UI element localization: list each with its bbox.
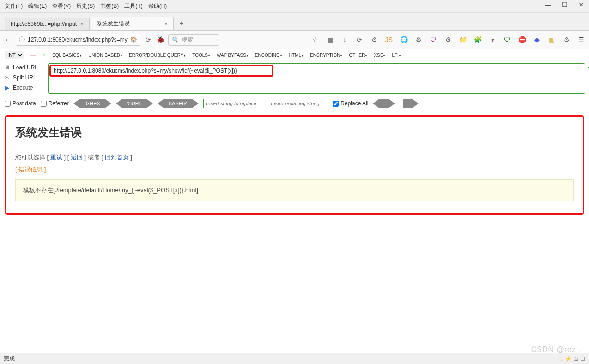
menu-sql-basics[interactable]: SQL BASICS▾ — [52, 53, 82, 58]
menu-waf-bypass[interactable]: WAF BYPASS▾ — [217, 53, 249, 58]
toolbar-icon-8[interactable]: 🛡 — [429, 36, 437, 43]
page-content-wrapper: 系统发生错误 您可以选择 [ 重试 ] [ 返回 ] 或者 [ 回到首页 ] [… — [0, 111, 589, 219]
menu-history[interactable]: 历史(S) — [74, 1, 97, 11]
tab-1-title: http://e5369b...=php://input — [11, 21, 77, 27]
home-icon[interactable]: 🏠 — [130, 36, 137, 43]
encoding-select[interactable]: INT — [5, 51, 24, 59]
search-placeholder: 搜索 — [181, 36, 192, 44]
toolbar-icon-7[interactable]: ⚙ — [414, 36, 423, 43]
execute-icon: ▶ — [4, 85, 10, 91]
url-text: 127.0.0.1:8080/ekucms/index.php?s=my — [28, 36, 128, 43]
menu-view[interactable]: 查看(V) — [50, 1, 73, 11]
menu-file[interactable]: 文件(F) — [3, 1, 24, 11]
menu-error-query[interactable]: ERROR/DOUBLE QUERY▾ — [129, 53, 186, 58]
menu-lfi[interactable]: LFI▾ — [392, 53, 401, 58]
hackbar-panel: 🖥Load URL ✂Split URL ▶Execute http://127… — [0, 61, 589, 96]
search-box[interactable]: 🔍 搜索 — [168, 34, 219, 46]
menu-xss[interactable]: XSS▾ — [374, 53, 385, 58]
replace-go-button[interactable] — [373, 99, 395, 108]
nav-bar: ← ⓘ 127.0.0.1:8080/ekucms/index.php?s=my… — [0, 31, 589, 49]
replace-to-input[interactable] — [268, 99, 328, 108]
maximize-button[interactable]: ☐ — [560, 1, 569, 8]
back-button[interactable]: ← — [4, 36, 12, 44]
toolbar-icon-18[interactable]: ☰ — [577, 36, 585, 43]
menu-bar: 文件(F) 编辑(E) 查看(V) 历史(S) 书签(B) 工具(T) 帮助(H… — [0, 0, 589, 13]
toolbar-icon-0[interactable]: ☆ — [311, 36, 319, 43]
tab-2[interactable]: 系统发生错误 × — [91, 17, 174, 30]
toolbar-icon-5[interactable]: JS — [385, 36, 393, 43]
error-info-label: [ 错误信息 ] — [15, 165, 574, 174]
base64-button[interactable]: BASE64 — [158, 99, 199, 108]
tab-bar: http://e5369b...=php://input × 系统发生错误 × … — [0, 13, 589, 31]
toolbar-icon-6[interactable]: 🌐 — [400, 36, 408, 43]
post-data-checkbox[interactable]: Post data — [5, 100, 36, 107]
toolbar-icon-4[interactable]: ⚙ — [370, 36, 378, 43]
reload-button[interactable]: ⟳ — [144, 36, 152, 44]
hackbar-menu: INT — + SQL BASICS▾ UNION BASED▾ ERROR/D… — [0, 49, 589, 61]
tab-1-close-icon[interactable]: × — [80, 21, 84, 27]
replace-go2-button[interactable] — [400, 99, 419, 108]
minus-icon[interactable]: — — [30, 52, 36, 58]
close-button[interactable]: ✕ — [577, 1, 585, 8]
hackbar-url-container: http://127.0.0.1:8080/ekucms/index.php?s… — [48, 63, 585, 94]
replace-all-checkbox[interactable]: Replace All — [333, 100, 368, 107]
toolbar-icon-9[interactable]: ⚙ — [444, 36, 452, 43]
bug-icon[interactable]: 🐞 — [156, 36, 164, 44]
new-tab-button[interactable]: + — [175, 18, 188, 30]
toolbar-icon-14[interactable]: ⛔ — [518, 36, 526, 43]
toolbar-icon-1[interactable]: ▥ — [326, 36, 334, 43]
split-url-button[interactable]: ✂Split URL — [4, 74, 45, 81]
url-encode-button[interactable]: %URL — [116, 99, 153, 108]
toolbar-icon-12[interactable]: ▾ — [488, 36, 497, 43]
toolbar-icon-3[interactable]: ⟳ — [355, 36, 364, 43]
plus-icon[interactable]: + — [43, 52, 46, 58]
toolbar-icon-11[interactable]: 🧩 — [474, 36, 482, 43]
toolbar-icons: ☆▥↓⟳⚙JS🌐⚙🛡⚙📁🧩▾🛡⛔◆▦⚙☰ — [311, 36, 585, 43]
referrer-checkbox[interactable]: Referrer — [41, 100, 69, 107]
toolbar-icon-17[interactable]: ⚙ — [562, 36, 571, 43]
toolbar-icon-16[interactable]: ▦ — [547, 36, 556, 43]
tab-2-title: 系统发生错误 — [97, 20, 130, 28]
tab-2-close-icon[interactable]: × — [164, 21, 168, 27]
url-bar[interactable]: ⓘ 127.0.0.1:8080/ekucms/index.php?s=my 🏠… — [16, 34, 140, 46]
toolbar-icon-2[interactable]: ↓ — [340, 36, 349, 43]
menu-help[interactable]: 帮助(H) — [146, 1, 169, 11]
load-url-button[interactable]: 🖥Load URL — [4, 64, 45, 71]
home-link[interactable]: 回到首页 — [105, 154, 129, 161]
toolbar-icon-13[interactable]: 🛡 — [503, 36, 511, 43]
error-title: 系统发生错误 — [15, 125, 574, 145]
hex-button[interactable]: 0xHEX — [73, 99, 111, 108]
hackbar-actions: 🖥Load URL ✂Split URL ▶Execute — [4, 63, 45, 94]
search-icon: 🔍 — [171, 36, 178, 43]
back-link[interactable]: 返回 — [71, 154, 83, 161]
window-controls: — ☐ ✕ — [544, 1, 585, 8]
menu-edit[interactable]: 编辑(E) — [26, 1, 49, 11]
load-url-icon: 🖥 — [4, 64, 10, 71]
url-dropdown-icon[interactable]: ▾ — [140, 36, 140, 43]
replace-from-input[interactable] — [203, 99, 263, 108]
menu-union-based[interactable]: UNION BASED▾ — [88, 53, 122, 58]
menu-encryption[interactable]: ENCRYPTION▾ — [310, 53, 342, 58]
toolbar-icon-15[interactable]: ◆ — [533, 36, 541, 43]
hackbar-url-input[interactable]: http://127.0.0.1:8080/ekucms/index.php?s… — [49, 65, 273, 77]
error-message-box: 模板不存在[./template/default/Home/my_{~eval(… — [15, 179, 574, 201]
minimize-button[interactable]: — — [544, 1, 552, 8]
menu-tools[interactable]: TOOLS▾ — [192, 53, 210, 58]
info-icon[interactable]: ⓘ — [19, 36, 25, 44]
error-panel: 系统发生错误 您可以选择 [ 重试 ] [ 返回 ] 或者 [ 回到首页 ] [… — [5, 115, 584, 215]
menu-bookmarks[interactable]: 书签(B) — [98, 1, 121, 11]
split-url-icon: ✂ — [4, 74, 10, 81]
menu-html[interactable]: HTML▾ — [289, 53, 304, 58]
execute-button[interactable]: ▶Execute — [4, 85, 45, 91]
menu-encoding[interactable]: ENCODING▾ — [255, 53, 282, 58]
hackbar-row2: Post data Referrer 0xHEX %URL BASE64 Rep… — [0, 96, 589, 111]
toolbar-icon-10[interactable]: 📁 — [459, 36, 467, 43]
error-nav: 您可以选择 [ 重试 ] [ 返回 ] 或者 [ 回到首页 ] — [15, 153, 574, 162]
menu-other[interactable]: OTHER▾ — [349, 53, 367, 58]
menu-tools[interactable]: 工具(T) — [122, 1, 144, 11]
tab-1[interactable]: http://e5369b...=php://input × — [5, 18, 90, 30]
retry-link[interactable]: 重试 — [50, 154, 62, 161]
